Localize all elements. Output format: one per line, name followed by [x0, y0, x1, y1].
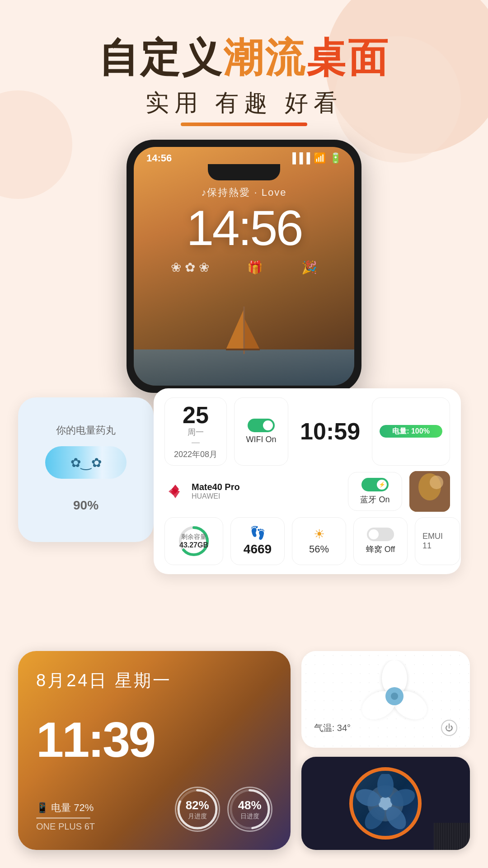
svg-point-6 — [430, 476, 443, 489]
title-part1: 自定义 — [99, 35, 223, 80]
dt-battery: 📱 电量 72% — [36, 801, 95, 815]
widgets-container: 你的电量药丸 ✿‿✿ 90% 25 周一 — 2022年08月 WIFI On … — [0, 397, 488, 578]
sailboat-svg — [221, 304, 267, 359]
battery-bar: 电量: 100% — [380, 425, 442, 438]
battery-pill-label: 你的电量药丸 — [56, 424, 116, 437]
barcode-overlay — [434, 823, 470, 850]
phone-notch — [208, 164, 280, 180]
battery-fill: 电量: 100% — [380, 425, 442, 438]
dt-device-info: 📱 电量 72% ONE PLUS 6T — [36, 801, 95, 832]
dt-circle-daily: 48% 日进度 — [227, 787, 272, 832]
sailboat-area — [134, 304, 354, 386]
dt-circle2-label: 日进度 — [238, 812, 262, 821]
phone-clock: 14:56 — [134, 203, 354, 253]
device-model: Mate40 Pro — [192, 482, 240, 492]
dt-time: 11:39 — [36, 715, 272, 764]
power-icon: ⏻ — [445, 723, 453, 733]
bottom-section: 8月24日 星期一 11:39 📱 电量 72% ONE PLUS 6T — [18, 651, 470, 850]
dt-bottom: 📱 电量 72% ONE PLUS 6T 82% 月进度 — [36, 787, 272, 832]
svg-marker-0 — [226, 309, 244, 349]
cellular-toggle[interactable] — [367, 528, 394, 541]
right-widgets: 气温: 34° ⏻ — [301, 651, 470, 850]
steps-count: 4669 — [244, 542, 272, 557]
fan2-outer — [349, 767, 422, 840]
toggle-knob — [263, 420, 273, 430]
fan-power-button[interactable]: ⏻ — [441, 720, 457, 736]
wifi-toggle-box[interactable]: WIFI On — [234, 397, 288, 466]
datetime-widget: 8月24日 星期一 11:39 📱 电量 72% ONE PLUS 6T — [18, 651, 291, 850]
emui-label: EMUI 11 — [422, 532, 452, 551]
storage-gb: 43.27GB — [179, 541, 208, 549]
brightness-box: ☀ 56% — [292, 517, 346, 565]
dt-circles: 82% 月进度 48% 日进度 — [175, 787, 272, 832]
cellular-knob — [369, 529, 379, 539]
info-row-3: 剩余容量 43.27GB 👣 4669 ☀ 56% 蜂窝 Off E — [164, 517, 450, 565]
brightness-value: 56% — [309, 543, 329, 555]
dt-circle-monthly: 82% 月进度 — [175, 787, 220, 832]
phone-status-bar: 14:56 ▐▐▐ 📶 🔋 — [134, 147, 354, 164]
svg-point-17 — [391, 693, 398, 700]
deco-celebrate: 🎉 — [301, 260, 317, 275]
cellular-box[interactable]: 蜂窝 Off — [353, 517, 408, 565]
device-brand: HUAWEI — [192, 492, 240, 500]
dt-battery-text: 电量 72% — [51, 802, 94, 813]
fan-widget: 气温: 34° ⏻ — [301, 651, 470, 748]
sun-icon: ☀ — [314, 527, 325, 542]
dt-divider — [36, 817, 90, 819]
bluetooth-toggle[interactable]: ⚡ — [361, 478, 389, 491]
date-dash: — — [174, 438, 217, 447]
cellular-label: 蜂窝 Off — [366, 544, 395, 555]
status-icons: ▐▐▐ 📶 🔋 — [289, 152, 342, 164]
date-box: 25 周一 — 2022年08月 — [164, 397, 227, 466]
storage-label: 剩余容量 — [179, 533, 208, 541]
main-title: 自定义潮流桌面 — [0, 36, 488, 80]
phone-decorations: ❀ ✿ ❀ 🎁 🎉 — [134, 260, 354, 275]
wifi-toggle[interactable] — [248, 419, 275, 432]
info-row-1: 25 周一 — 2022年08月 WIFI On 10:59 电量: 100% — [164, 397, 450, 466]
storage-box: 剩余容量 43.27GB — [164, 517, 223, 565]
wifi-label: WIFI On — [246, 435, 277, 444]
steps-box: 👣 4669 — [230, 517, 285, 565]
subtitle: 实用 有趣 好看 — [0, 87, 488, 119]
svg-point-21 — [361, 803, 389, 833]
bluetooth-label: 蓝牙 On — [360, 494, 389, 505]
steps-icon: 👣 — [250, 525, 266, 540]
battery-unit: % — [87, 498, 99, 512]
signal-icon: ▐▐▐ — [289, 152, 310, 164]
pill-face: ✿‿✿ — [70, 455, 102, 470]
bluetooth-box[interactable]: ⚡ 蓝牙 On — [348, 472, 402, 511]
time-box: 10:59 — [296, 397, 365, 466]
svg-point-18 — [377, 774, 394, 798]
info-widget: 25 周一 — 2022年08月 WIFI On 10:59 电量: 100% — [154, 388, 461, 574]
svg-point-20 — [382, 803, 410, 833]
fan-body — [358, 660, 413, 714]
phone-section: 14:56 ▐▐▐ 📶 🔋 ♪保持熱愛 · Love 14:56 ❀ ✿ ❀ 🎁… — [0, 140, 488, 393]
title-part2: 潮流 — [223, 35, 306, 80]
svg-marker-1 — [244, 318, 260, 349]
battery-pill-widget: 你的电量药丸 ✿‿✿ 90% — [18, 397, 154, 542]
phone-mockup: 14:56 ▐▐▐ 📶 🔋 ♪保持熱愛 · Love 14:56 ❀ ✿ ❀ 🎁… — [127, 140, 361, 393]
battery-percent-text: 电量: 100% — [392, 427, 430, 436]
battery-percent: 90% — [73, 486, 99, 515]
title-part3: 桌面 — [306, 35, 389, 80]
storage-ring: 剩余容量 43.27GB — [176, 523, 212, 559]
mechanical-fan-widget — [301, 757, 470, 850]
bluetooth-icon: ⚡ — [377, 480, 387, 490]
battery-icon2: 📱 — [36, 802, 48, 813]
info-row-2: Mate40 Pro HUAWEI ⚡ 蓝牙 On — [164, 471, 450, 512]
dt-circle2-val: 48% — [238, 798, 262, 812]
photo-thumbnail — [409, 471, 450, 512]
dt-device-name: ONE PLUS 6T — [36, 821, 95, 832]
phone-time-small: 14:56 — [146, 152, 172, 164]
battery-pill-image: ✿‿✿ — [45, 446, 127, 479]
device-box: Mate40 Pro HUAWEI — [164, 477, 341, 506]
battery-percent-value: 90 — [73, 498, 87, 512]
underline-decoration — [181, 123, 307, 126]
emui-box: EMUI 11 — [415, 517, 460, 565]
fan-bottom-bar: 气温: 34° ⏻ — [310, 720, 461, 736]
dt-circle1-val: 82% — [186, 798, 209, 812]
device-info: Mate40 Pro HUAWEI — [192, 482, 240, 500]
date-month: 2022年08月 — [174, 449, 217, 460]
battery-bar-box: 电量: 100% — [372, 397, 450, 466]
header: 自定义潮流桌面 实用 有趣 好看 — [0, 0, 488, 126]
